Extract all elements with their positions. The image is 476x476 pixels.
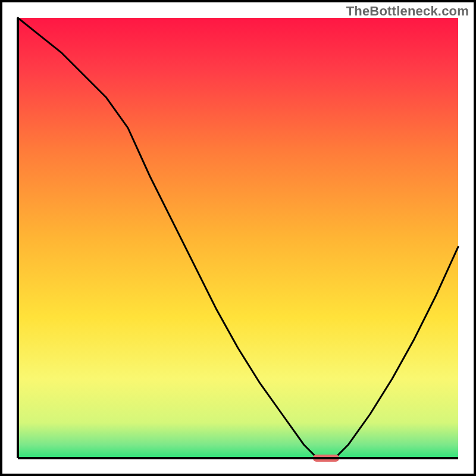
plot-background [18,18,458,458]
chart-canvas [0,0,476,476]
watermark-label: TheBottleneck.com [346,4,469,19]
bottleneck-chart: TheBottleneck.com [0,0,476,476]
